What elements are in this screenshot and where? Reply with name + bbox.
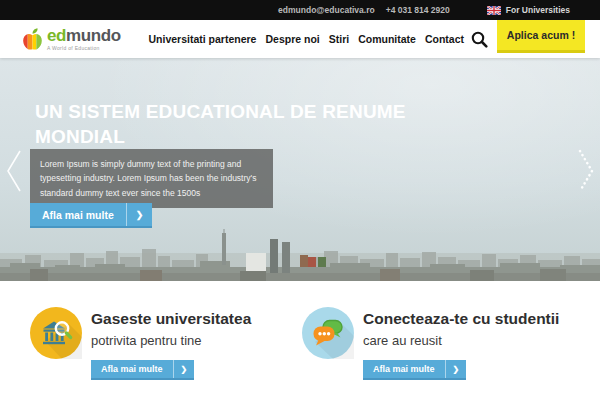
chevron-right-icon: ❯ — [445, 360, 467, 378]
hero-carousel: UN SISTEM EDUCATIONAL DE RENUME MONDIAL … — [0, 58, 600, 281]
feature-find-university: Gaseste universitatea potrivita pentru t… — [30, 307, 251, 380]
uk-flag-icon — [487, 6, 501, 15]
button-label: Afla mai multe — [363, 360, 445, 378]
logo[interactable]: edmundo A World of Education — [22, 27, 121, 52]
hero-cta-label: Afla mai multe — [30, 203, 126, 226]
carousel-prev-button[interactable] — [5, 148, 23, 197]
search-icon — [471, 31, 488, 48]
nav-item-despre-noi[interactable]: Despre noi — [265, 33, 319, 45]
nav-item-comunitate[interactable]: Comunitate — [358, 33, 416, 45]
nav-item-contact[interactable]: Contact — [425, 33, 464, 45]
chat-bubbles-icon — [302, 307, 354, 359]
search-button[interactable] — [471, 31, 488, 48]
contact-email[interactable]: edmundo@educativa.ro — [278, 5, 375, 15]
nav-item-stiri[interactable]: Stiri — [329, 33, 349, 45]
logo-text: edmundo A World of Education — [47, 27, 121, 52]
features-section: Gaseste universitatea potrivita pentru t… — [0, 281, 600, 400]
feature-text: Gaseste universitatea potrivita pentru t… — [91, 307, 251, 380]
button-label: Afla mai multe — [91, 360, 173, 378]
brand-name: edmundo — [47, 27, 121, 44]
contact-phone: +4 031 814 2920 — [386, 5, 450, 15]
chevron-right-icon: ❯ — [173, 360, 195, 378]
feature-title: Gaseste universitatea — [91, 310, 251, 328]
nav-item-universitati-partenere[interactable]: Universitati partenere — [149, 33, 257, 45]
chevron-left-icon — [5, 148, 23, 194]
for-universities-label: For Universities — [506, 5, 570, 15]
brand-mundo: mundo — [66, 26, 121, 45]
carousel-next-button[interactable] — [577, 148, 595, 197]
page: edmundo@educativa.ro +4 031 814 2920 For… — [0, 0, 600, 400]
feature-connect-students: Conecteaza-te cu studentii care au reusi… — [302, 307, 559, 380]
hero-title: UN SISTEM EDUCATIONAL DE RENUME MONDIAL — [35, 100, 465, 149]
feature-title: Conecteaza-te cu studentii — [363, 310, 559, 328]
brand-ed: ed — [47, 26, 66, 45]
hero-cta-button[interactable]: Afla mai multe ❯ — [30, 203, 152, 228]
feature-subtitle: potrivita pentru tine — [91, 333, 251, 348]
chevron-right-icon: ❯ — [126, 203, 153, 226]
university-search-icon — [30, 307, 82, 359]
main-nav: Universitati partenere Despre noi Stiri … — [149, 33, 465, 45]
feature-text: Conecteaza-te cu studentii care au reusi… — [363, 307, 559, 380]
hero-description: Lorem Ipsum is simply dummy text of the … — [30, 149, 273, 208]
for-universities-link[interactable]: For Universities — [487, 5, 570, 15]
find-university-button[interactable]: Afla mai multe ❯ — [91, 360, 194, 380]
chevron-right-icon — [577, 148, 595, 194]
apply-now-button[interactable]: Aplica acum ! — [497, 20, 585, 53]
brand-tagline: A World of Education — [47, 45, 121, 51]
topbar: edmundo@educativa.ro +4 031 814 2920 For… — [0, 0, 600, 20]
connect-students-button[interactable]: Afla mai multe ❯ — [363, 360, 466, 380]
main-header: edmundo A World of Education Universitat… — [0, 20, 600, 58]
apple-logo-icon — [22, 27, 43, 52]
feature-subtitle: care au reusit — [363, 333, 559, 348]
city-skyline-image — [0, 229, 600, 281]
